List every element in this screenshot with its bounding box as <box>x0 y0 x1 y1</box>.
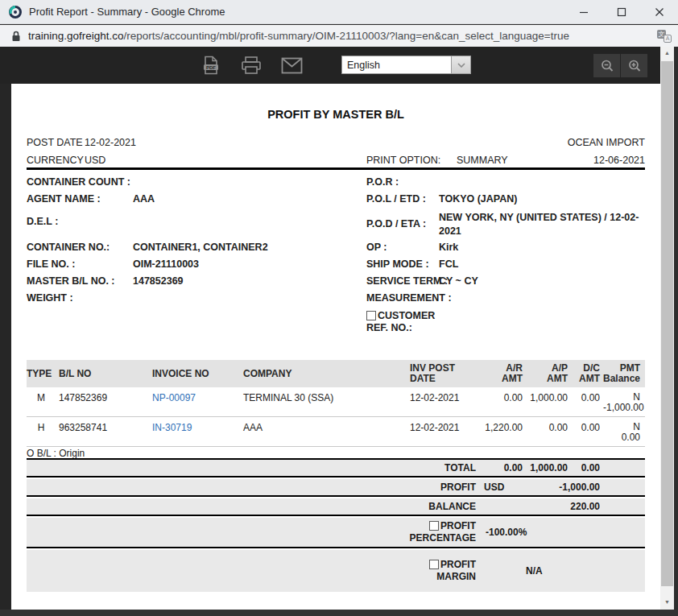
post-date-value: 12-02-2021 <box>85 137 136 148</box>
zoom-out-button[interactable] <box>593 54 620 77</box>
zoom-in-button[interactable] <box>621 54 647 77</box>
op-label: OP : <box>366 242 387 253</box>
measurement-label: MEASUREMENT : <box>366 292 452 304</box>
table-header: TYPE B/L NO INVOICE NO COMPANY INV POSTD… <box>27 360 645 387</box>
profit-percentage-checkbox[interactable] <box>429 521 439 531</box>
close-button[interactable] <box>640 0 678 24</box>
agent-name-value: AAA <box>133 193 155 205</box>
window-controls <box>564 0 678 24</box>
agent-name-label: AGENT NAME : <box>27 193 101 205</box>
gofreight-favicon-icon <box>9 6 22 19</box>
print-option-label: PRINT OPTION: <box>366 155 440 166</box>
col-ar-amt: A/RAMT <box>476 363 526 384</box>
row-bl-no: 963258741 <box>56 422 144 446</box>
url-domain: training.gofreight.co <box>28 30 124 42</box>
col-pmt-balance: PMTBalance <box>603 363 645 384</box>
col-invoice-no: INVOICE NO <box>144 368 235 379</box>
title-bar: Profit Report - Summary - Google Chrome <box>0 0 678 24</box>
profit-margin-checkbox[interactable] <box>429 560 439 569</box>
export-pdf-button[interactable]: PDF <box>199 53 223 77</box>
url-path: /reports/accounting/mbl/profit-summary/O… <box>124 30 569 42</box>
profit-percentage-value: -100.00% <box>476 527 571 538</box>
customer-ref-label-2: REF. NO.: <box>366 322 412 333</box>
profit-currency: USD <box>476 482 526 493</box>
totals-row-profit-percentage: PROFIT PERCENTAGE -100.00% <box>27 518 645 548</box>
row-ap-amt: 0.00 <box>526 422 571 446</box>
scroll-down-icon[interactable]: ▼ <box>660 596 674 609</box>
email-button[interactable] <box>279 53 304 77</box>
total-ap: 1,000.00 <box>526 462 571 473</box>
vertical-scrollbar[interactable]: ▲ ▼ <box>660 47 674 610</box>
container-count-label: CONTAINER COUNT : <box>27 176 130 188</box>
print-option-value: SUMMARY <box>457 155 508 166</box>
row-pmt-balance: N-1,000.00 <box>603 392 645 416</box>
lock-icon[interactable] <box>11 31 21 42</box>
balance-label: BALANCE <box>402 501 476 512</box>
window-frame-left <box>0 84 11 610</box>
scroll-up-icon[interactable]: ▲ <box>660 47 674 60</box>
magnifier-plus-icon <box>627 59 642 73</box>
service-term-value: CY ~ CY <box>439 275 478 287</box>
language-select[interactable]: English <box>341 56 471 74</box>
col-company: COMPANY <box>235 368 402 379</box>
shipment-mode: OCEAN IMPORT <box>568 137 645 148</box>
ship-mode-label: SHIP MODE : <box>366 258 429 270</box>
table-row: H 963258741 IN-30719 AAA 12-02-2021 1,22… <box>27 417 645 447</box>
row-dc-amt: 0.00 <box>571 392 603 416</box>
report-page: PROFIT BY MASTER B/L POST DATE 12-02-202… <box>11 84 660 610</box>
minimize-button[interactable] <box>564 0 602 24</box>
customer-ref-checkbox[interactable] <box>366 311 376 320</box>
magnifier-minus-icon <box>600 59 614 73</box>
currency-value: USD <box>85 155 105 166</box>
totals-row-balance: BALANCE 220.00 <box>27 498 645 516</box>
row-type: M <box>27 392 56 416</box>
profit-margin-value: N/A <box>526 565 571 577</box>
row-pmt-balance: N0.00 <box>603 422 645 446</box>
bl-type-footnote: O B/L : Origin <box>27 448 85 459</box>
invoice-link[interactable]: IN-30719 <box>152 422 192 433</box>
address-bar[interactable]: training.gofreight.co/reports/accounting… <box>0 25 678 47</box>
totals-row-profit-margin: PROFIT MARGIN N/A <box>27 550 645 592</box>
chevron-down-icon <box>451 56 470 73</box>
profit-percentage-label: PROFIT PERCENTAGE <box>402 520 476 544</box>
scrollbar-thumb[interactable] <box>661 61 673 586</box>
row-inv-post-date: 12-02-2021 <box>402 392 476 416</box>
total-label: TOTAL <box>402 462 476 473</box>
report-date: 12-06-2021 <box>593 155 645 166</box>
pod-eta-value: NEW YORK, NY (UNITED STATES) / 12-02-202… <box>439 211 640 238</box>
maximize-button[interactable] <box>602 0 640 24</box>
pol-etd-value: TOKYO (JAPAN) <box>439 193 517 205</box>
profit-label: PROFIT <box>402 482 476 493</box>
post-date-label: POST DATE <box>27 137 83 148</box>
pod-eta-label: P.O.D / ETA : <box>366 218 426 229</box>
container-no-label: CONTAINER NO.: <box>27 242 110 253</box>
row-ar-amt: 1,220.00 <box>476 422 526 446</box>
balance-amount: 220.00 <box>526 501 603 512</box>
language-selected-value: English <box>347 60 451 71</box>
file-no-value: OIM-21110003 <box>133 258 199 270</box>
totals-row-profit: PROFIT USD -1,000.00 <box>27 479 645 497</box>
customer-ref-label-1: CUSTOMER <box>378 310 435 321</box>
row-bl-no: 147852369 <box>56 392 144 416</box>
print-button[interactable] <box>239 53 263 77</box>
currency-label: CURRENCY <box>27 155 84 166</box>
master-bl-no-value: 147852369 <box>133 275 184 287</box>
browser-window: Profit Report - Summary - Google Chrome … <box>0 0 678 616</box>
url-text[interactable]: training.gofreight.co/reports/accounting… <box>28 30 569 42</box>
ship-mode-value: FCL <box>439 258 458 270</box>
header-divider <box>27 167 645 170</box>
translate-icon[interactable]: 文 A <box>657 30 672 43</box>
row-company: TERMINAL 30 (SSA) <box>235 392 402 416</box>
table-row: M 147852369 NP-00097 TERMINAL 30 (SSA) 1… <box>27 387 645 417</box>
row-ap-amt: 1,000.00 <box>526 392 571 416</box>
master-bl-no-label: MASTER B/L NO. : <box>27 275 115 287</box>
service-term-label: SERVICE TERM : <box>366 275 448 287</box>
svg-text:PDF: PDF <box>206 65 216 70</box>
row-company: AAA <box>235 422 402 446</box>
row-inv-post-date: 12-02-2021 <box>402 422 476 446</box>
file-no-label: FILE NO. : <box>27 258 75 270</box>
invoice-link[interactable]: NP-00097 <box>152 392 196 403</box>
op-value: Kirk <box>439 242 458 253</box>
weight-label: WEIGHT : <box>27 292 73 304</box>
col-ap-amt: A/PAMT <box>526 363 571 384</box>
